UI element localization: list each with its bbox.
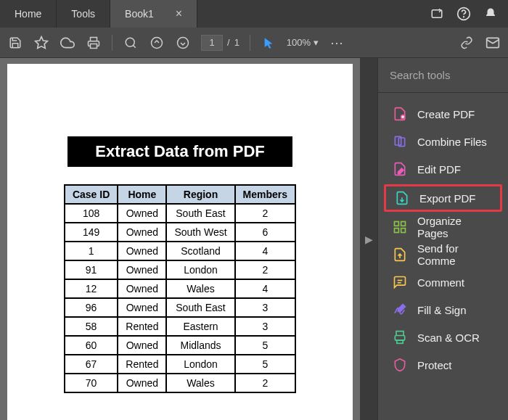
link-icon[interactable] — [459, 35, 475, 51]
table-cell: London — [166, 355, 234, 374]
top-tab-bar: Home Tools Book1 × — [0, 0, 508, 28]
tool-label: Create PDF — [417, 108, 475, 120]
page-input[interactable]: 1 — [201, 35, 223, 51]
page-indicator: 1 / 1 — [201, 35, 239, 51]
table-cell: Owned — [118, 298, 166, 317]
tool-send[interactable]: Send for Comme — [378, 241, 508, 268]
table-cell: 58 — [65, 317, 118, 336]
tab-home[interactable]: Home — [0, 0, 57, 28]
tool-protect[interactable]: Protect — [378, 351, 508, 379]
tool-label: Organize Pages — [417, 215, 493, 239]
chevron-down-icon: ▾ — [314, 37, 319, 48]
zoom-control[interactable]: 100% ▾ — [287, 37, 319, 48]
close-icon[interactable]: × — [176, 7, 182, 20]
tool-label: Protect — [417, 359, 452, 371]
tool-label: Scan & OCR — [417, 332, 480, 344]
pdf-page: Extract Data from PDF Case IDHomeRegionM… — [7, 64, 353, 420]
table-row: 1OwnedScotland4 — [65, 242, 295, 260]
export-icon — [395, 191, 409, 205]
table-cell: 5 — [235, 336, 295, 355]
table-cell: 70 — [65, 374, 118, 392]
save-icon[interactable] — [7, 35, 23, 51]
tool-scan[interactable]: Scan & OCR — [378, 324, 508, 351]
scan-icon — [393, 330, 407, 345]
page-total: 1 — [234, 37, 239, 48]
protect-icon — [393, 358, 407, 372]
tool-comment[interactable]: Comment — [378, 268, 508, 296]
tool-edit[interactable]: Edit PDF — [378, 155, 508, 183]
table-row: 12OwnedWales4 — [65, 279, 295, 298]
table-cell: Owned — [118, 242, 166, 260]
column-header: Members — [235, 185, 295, 204]
tool-sign[interactable]: Fill & Sign — [378, 296, 508, 324]
table-cell: 108 — [65, 204, 118, 223]
more-icon[interactable]: ⋯ — [329, 35, 345, 51]
table-cell: Owned — [118, 279, 166, 298]
table-cell: Midlands — [166, 336, 234, 355]
table-cell: Rented — [118, 355, 166, 374]
search-tools-input[interactable]: Search tools — [378, 58, 508, 93]
print-icon[interactable] — [86, 35, 102, 51]
column-header: Region — [166, 185, 234, 204]
combine-icon — [393, 134, 407, 149]
table-cell: 96 — [65, 298, 118, 317]
svg-rect-4 — [91, 44, 97, 48]
tool-create[interactable]: Create PDF — [378, 100, 508, 128]
svg-line-6 — [133, 45, 135, 47]
page-down-icon[interactable] — [175, 35, 191, 51]
document-viewport[interactable]: Extract Data from PDF Case IDHomeRegionM… — [0, 58, 360, 420]
page-separator: / — [227, 37, 230, 48]
tab-tools[interactable]: Tools — [57, 0, 110, 28]
zoom-value: 100% — [287, 37, 311, 48]
table-cell: 2 — [235, 260, 295, 279]
svg-point-8 — [178, 37, 189, 48]
table-row: 67RentedLondon5 — [65, 355, 295, 374]
table-row: 96OwnedSouth East3 — [65, 298, 295, 317]
mail-icon[interactable] — [485, 35, 501, 51]
table-cell: 4 — [235, 242, 295, 260]
table-cell: South West — [166, 223, 234, 242]
table-cell: Wales — [166, 279, 234, 298]
svg-rect-16 — [401, 228, 406, 233]
create-icon — [393, 107, 407, 121]
organize-icon — [393, 220, 407, 234]
table-cell: 4 — [235, 279, 295, 298]
table-cell: London — [166, 260, 234, 279]
tool-label: Send for Comme — [417, 242, 493, 267]
svg-point-5 — [126, 38, 134, 46]
page-up-icon[interactable] — [149, 35, 165, 51]
tool-export[interactable]: Export PDF — [384, 184, 502, 212]
svg-point-2 — [464, 17, 464, 17]
tool-label: Export PDF — [419, 192, 476, 205]
find-icon[interactable] — [123, 35, 139, 51]
data-table: Case IDHomeRegionMembers 108OwnedSouth E… — [64, 184, 296, 393]
table-cell: Eastern — [166, 317, 234, 336]
table-cell: 1 — [65, 242, 118, 260]
tab-document[interactable]: Book1 × — [110, 0, 197, 28]
share-icon[interactable] — [430, 7, 443, 20]
table-row: 149OwnedSouth West6 — [65, 223, 295, 242]
table-cell: Scotland — [166, 242, 234, 260]
table-cell: 5 — [235, 355, 295, 374]
selection-tool-icon[interactable] — [261, 35, 276, 51]
table-cell: 2 — [235, 204, 295, 223]
tool-label: Fill & Sign — [417, 304, 467, 316]
table-row: 91OwnedLondon2 — [65, 260, 295, 279]
table-cell: 3 — [235, 298, 295, 317]
table-cell: 67 — [65, 355, 118, 374]
help-icon[interactable] — [456, 7, 471, 21]
svg-rect-14 — [401, 222, 406, 226]
main-area: Extract Data from PDF Case IDHomeRegionM… — [0, 58, 508, 420]
tool-label: Comment — [417, 276, 464, 289]
sign-icon — [393, 302, 407, 317]
document-title: Extract Data from PDF — [67, 136, 292, 167]
star-icon[interactable] — [33, 35, 49, 51]
cloud-icon[interactable] — [60, 35, 75, 51]
tool-combine[interactable]: Combine Files — [378, 128, 508, 155]
table-cell: Wales — [166, 374, 234, 392]
svg-rect-15 — [395, 228, 399, 233]
svg-rect-13 — [395, 222, 399, 226]
tool-organize[interactable]: Organize Pages — [378, 213, 508, 241]
panel-divider[interactable]: ▶ — [360, 58, 377, 420]
bell-icon[interactable] — [484, 7, 497, 20]
